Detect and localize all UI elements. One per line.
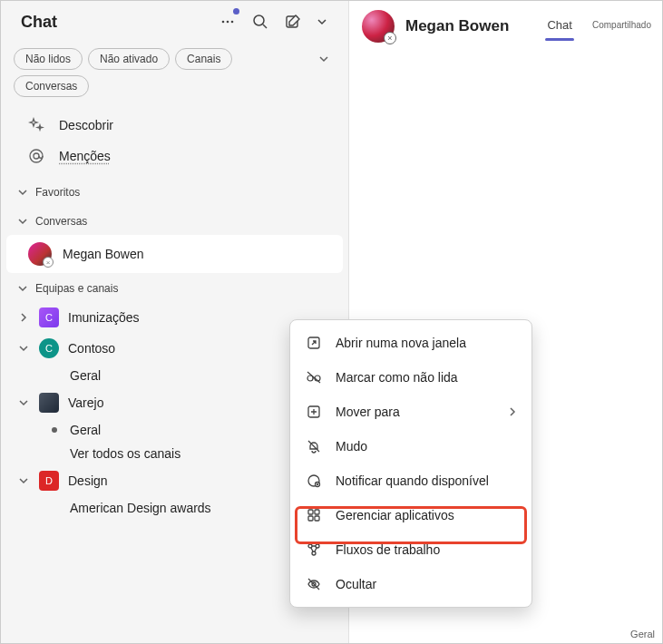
sparkle-icon [28,117,44,133]
team-avatar [39,393,59,413]
filter-unactivated[interactable]: Não ativado [88,48,170,70]
menu-label: Mudo [336,439,367,454]
main-header: × Megan Bowen Chat Compartilhado [349,1,662,52]
chevron-down-icon[interactable] [312,12,332,32]
menu-label: Abrir numa nova janela [336,336,466,350]
sidebar-actions [218,12,332,32]
main-tabs: Chat Compartilhado [545,13,653,41]
menu-notify-available[interactable]: Notificar quando disponível [290,463,531,498]
channel-label: Geral [70,423,101,437]
sidebar-title: Chat [21,13,57,32]
chat-item-label: Megan Bowen [63,247,144,261]
svg-point-0 [222,21,225,24]
svg-line-4 [263,24,267,28]
chevron-right-icon [17,313,30,322]
presence-notify-icon [305,472,323,490]
filter-unread[interactable]: Não lidos [14,48,83,70]
menu-label: Fluxos de trabalho [336,542,440,557]
compose-icon[interactable] [283,12,303,32]
svg-point-7 [34,153,39,159]
section-favorites[interactable]: Favoritos [1,177,348,206]
chevron-down-icon [17,476,30,485]
team-label: Design [68,473,108,488]
section-teams[interactable]: Equipas e canais [1,273,348,302]
menu-mark-unread[interactable]: Marcar como não lida [290,360,531,395]
svg-point-19 [316,544,319,548]
sidebar-header: Chat [1,1,348,44]
channel-label: Ver todos os canais [70,446,180,461]
menu-workflows[interactable]: Fluxos de trabalho [290,532,531,567]
bullet-icon [52,427,57,433]
presence-offline-icon: × [384,32,396,44]
menu-hide[interactable]: Ocultar [290,567,531,601]
nav-list: Descobrir Menções [1,104,348,177]
presence-offline-icon: × [43,257,54,268]
svg-point-20 [312,551,316,555]
more-options-icon[interactable] [218,12,238,32]
svg-rect-17 [315,516,319,521]
svg-rect-15 [315,510,319,514]
avatar: × [28,242,52,266]
menu-open-new-window[interactable]: Abrir numa nova janela [290,326,531,360]
eye-off-icon [305,575,323,593]
menu-mute[interactable]: Mudo [290,429,531,463]
filter-conversations[interactable]: Conversas [14,75,89,97]
tab-chat[interactable]: Chat [545,13,573,41]
menu-label: Gerenciar aplicativos [336,508,454,522]
svg-point-1 [227,21,229,24]
chevron-down-icon [17,398,30,407]
team-label: Imunizações [68,310,140,325]
team-label: Varejo [68,395,103,410]
avatar[interactable]: × [362,10,395,43]
team-avatar: C [39,338,59,358]
menu-manage-apps[interactable]: Gerenciar aplicativos [290,498,531,532]
menu-label: Notificar quando disponível [336,473,489,488]
chevron-down-icon [17,216,28,227]
footer-label: Geral [630,629,655,639]
svg-rect-16 [308,516,313,521]
team-label: Contoso [68,341,115,356]
svg-point-2 [231,21,234,24]
move-icon [305,403,323,421]
filter-bar: Não lidos Não ativado Canais Conversas [1,44,348,104]
filter-channels[interactable]: Canais [175,48,232,70]
svg-rect-14 [308,510,313,514]
chevron-down-icon [17,344,30,353]
chevron-right-icon [508,407,517,416]
chat-title: Megan Bowen [405,17,534,35]
nav-discover[interactable]: Descobrir [1,110,348,141]
notification-dot-icon [233,8,239,15]
section-favorites-label: Favoritos [35,186,80,199]
nav-mentions[interactable]: Menções [1,141,348,171]
tab-shared[interactable]: Compartilhado [590,15,653,39]
channel-label: Geral [70,368,101,383]
context-menu: Abrir numa nova janela Marcar como não l… [289,319,532,608]
at-sign-icon [28,148,44,164]
chat-item-megan[interactable]: × Megan Bowen [6,235,343,273]
chevron-down-icon [17,283,28,294]
glasses-off-icon [305,368,323,386]
section-conversations[interactable]: Conversas [1,206,348,235]
bell-off-icon [305,437,323,455]
nav-mentions-label: Menções [59,149,111,163]
search-icon[interactable] [250,12,270,32]
channel-label: American Design awards [70,501,211,515]
filter-expand-icon[interactable] [317,53,330,65]
team-avatar: D [39,471,59,491]
menu-label: Mover para [336,405,400,419]
nav-discover-label: Descobrir [59,118,113,132]
open-window-icon [305,334,323,352]
menu-move-to[interactable]: Mover para [290,395,531,429]
menu-label: Ocultar [336,577,376,591]
svg-point-18 [308,544,312,548]
section-conversations-label: Conversas [35,215,87,228]
team-avatar: C [39,307,59,327]
apps-icon [305,506,323,524]
workflow-icon [305,541,323,559]
menu-label: Marcar como não lida [336,370,458,385]
svg-point-3 [254,15,264,25]
section-teams-label: Equipas e canais [35,282,118,295]
svg-point-6 [30,150,43,162]
chevron-down-icon [17,187,28,198]
